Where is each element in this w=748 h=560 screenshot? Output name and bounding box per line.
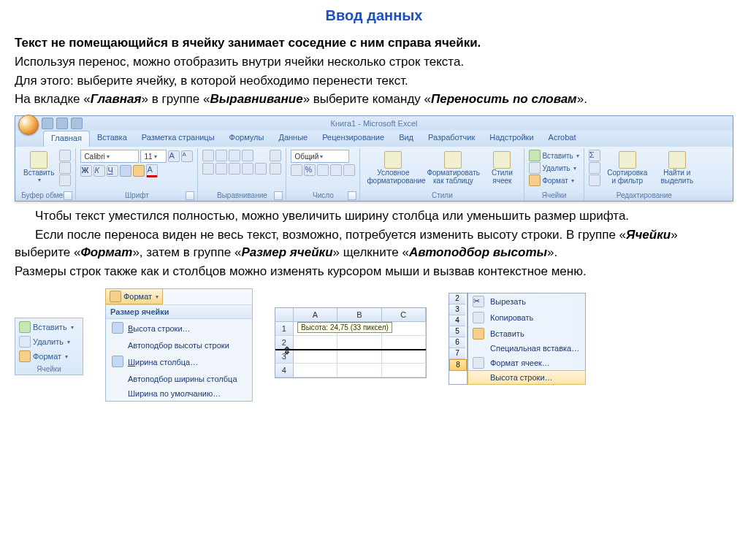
undo-icon[interactable] [56,118,68,129]
cut-icon[interactable] [59,150,71,161]
percent-icon[interactable]: % [304,164,316,176]
group-caption-number: Число [291,191,355,201]
shrink-font-icon[interactable]: A [181,150,193,162]
row-header-selected[interactable]: 8 [449,359,467,371]
sheet-row-resize-demo: A B C 1 2 3 4 Высота: 24,75 (33 пиксел) … [275,307,427,378]
col-header[interactable]: C [382,308,426,322]
cells-insert-button[interactable]: Вставить▾ [529,150,579,161]
menu-row-height[interactable]: Высота строки… [106,319,252,338]
bold-button[interactable]: Ж [80,165,92,177]
font-size-combo[interactable]: 11▾ [140,150,167,163]
ctx-cut[interactable]: ✂Вырезать [468,294,585,310]
font-color-icon[interactable]: A [146,164,158,177]
italic-button[interactable]: К [94,165,105,177]
row-header[interactable]: 4 [275,364,294,377]
increase-decimal-icon[interactable] [330,164,342,176]
ctx-paste[interactable]: Вставить [468,326,585,342]
menu-col-width[interactable]: Ширина столбца… [106,353,252,372]
tab-insert[interactable]: Вставка [90,131,134,147]
paste-button[interactable]: Вставить ▾ [21,150,56,185]
tab-formulas[interactable]: Формулы [222,131,272,147]
col-header[interactable]: A [294,308,337,322]
row-header[interactable]: 5 [449,326,465,337]
row-header[interactable]: 4 [449,315,465,326]
tab-acrobat[interactable]: Acrobat [541,131,584,147]
dialog-launcher-icon[interactable] [348,191,356,200]
format-cells-icon [529,174,541,186]
orientation-icon[interactable] [242,150,253,161]
group-caption-editing: Редактирование [589,191,700,201]
dialog-launcher-icon[interactable] [274,191,283,200]
clear-icon[interactable] [589,174,600,186]
increase-indent-icon[interactable] [255,163,267,174]
align-bottom-icon[interactable] [229,150,240,161]
tab-addins[interactable]: Надстройки [482,131,541,147]
dialog-launcher-icon[interactable] [186,191,194,200]
tab-view[interactable]: Вид [392,131,421,147]
sort-filter-button[interactable]: Сортировка и фильтр [603,150,652,186]
mini-format-button[interactable]: Формат▾ [17,349,81,364]
align-center-icon[interactable] [215,163,227,174]
conditional-formatting-button[interactable]: Условное форматирование [365,150,421,186]
mini-insert-button[interactable]: Вставить▾ [17,320,81,334]
format-painter-icon[interactable] [59,174,71,186]
mini-delete-button[interactable]: Удалить▾ [17,334,81,349]
redo-icon[interactable] [71,118,83,129]
align-middle-icon[interactable] [215,150,227,161]
group-caption-clipboard: Буфер обмена [21,191,71,201]
merge-center-icon[interactable] [270,163,281,174]
tab-home[interactable]: Главная [43,131,90,147]
decrease-decimal-icon[interactable] [343,164,355,176]
find-select-button[interactable]: Найти и выделить [654,150,700,186]
row-headers-strip: 2 3 4 5 6 7 8 [449,293,468,385]
ctx-row-height[interactable]: Высота строки… [468,370,586,385]
mini-panel-caption: Ячейки [17,364,81,375]
dialog-launcher-icon[interactable] [64,191,72,200]
row-header[interactable]: 2 [449,294,465,304]
row-header[interactable]: 3 [449,304,465,315]
font-name-combo[interactable]: Calibri▾ [80,150,139,163]
currency-icon[interactable] [291,164,302,176]
cells-delete-button[interactable]: Удалить▾ [529,162,579,174]
row-header[interactable]: 7 [449,348,465,359]
ctx-paste-special[interactable]: Специальная вставка… [468,342,585,355]
office-button[interactable] [18,115,39,135]
format-as-table-button[interactable]: Форматировать как таблицу [424,150,481,186]
decrease-indent-icon[interactable] [242,163,253,174]
cell-styles-button[interactable]: Стили ячеек [484,150,519,186]
select-all-corner[interactable] [275,308,294,322]
fill-icon[interactable] [589,162,600,174]
autosum-icon[interactable]: Σ [589,150,600,161]
number-format-combo[interactable]: Общий▾ [291,150,349,163]
wrap-text-icon[interactable] [270,150,281,161]
tab-review[interactable]: Рецензирование [315,131,392,147]
copy-icon[interactable] [59,162,71,174]
grow-font-icon[interactable]: A [168,150,180,162]
underline-button[interactable]: Ч [107,165,118,177]
tab-developer[interactable]: Разработчик [421,131,482,147]
menu-autofit-col[interactable]: Автоподбор ширины столбца [106,372,252,386]
align-left-icon[interactable] [202,163,214,174]
save-icon[interactable] [42,118,53,129]
align-right-icon[interactable] [229,163,240,174]
comma-icon[interactable] [317,164,329,176]
cells-format-button[interactable]: Формат▾ [529,174,579,186]
group-caption-font: Шрифт [80,191,193,201]
align-top-icon[interactable] [202,150,214,161]
row-header[interactable]: 6 [449,337,465,348]
intro-line-3: Для этого: выберите ячейку, в которой не… [15,72,733,90]
ctx-copy[interactable]: Копировать [468,310,585,326]
ctx-format-cells[interactable]: Формат ячеек… [468,355,585,371]
context-menu-demo: 2 3 4 5 6 7 8 ✂Вырезать Копировать Встав… [449,293,586,385]
menu-default-width[interactable]: Ширина по умолчанию… [106,386,252,401]
tab-page-layout[interactable]: Разметка страницы [134,131,222,147]
borders-icon[interactable] [120,165,131,177]
page-title: Ввод данных [15,7,733,24]
menu-autofit-row[interactable]: Автоподбор высоты строки [106,338,252,353]
col-width-icon [112,356,123,367]
fill-color-icon[interactable] [133,165,145,177]
row-header[interactable]: 1 [275,322,294,336]
col-header[interactable]: B [337,308,381,322]
format-dropdown-button[interactable]: Формат▾ [105,288,163,304]
tab-data[interactable]: Данные [271,131,315,147]
